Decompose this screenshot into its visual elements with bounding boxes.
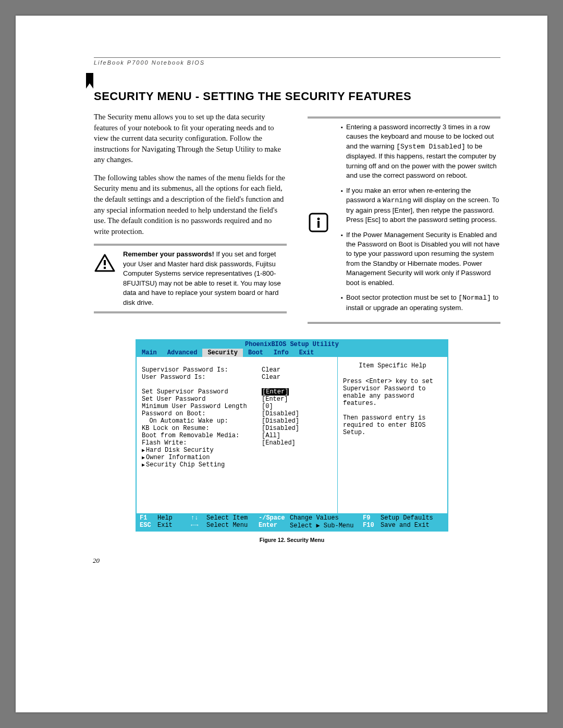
bios-field-value: [All] — [262, 432, 280, 439]
bios-tab-info[interactable]: Info — [268, 349, 294, 357]
bios-row[interactable]: Security Chip Setting — [142, 461, 331, 468]
warning-callout: Remember your passwords! If you set and … — [94, 244, 287, 313]
bios-title: PhoenixBIOS Setup Utility — [137, 340, 447, 349]
bios-footer: F1Help ↑↓Select Item -/SpaceChange Value… — [137, 513, 447, 530]
bios-field-label: Password on Boot: — [142, 410, 262, 417]
page-number: 20 — [93, 557, 500, 565]
svg-rect-4 — [317, 221, 320, 228]
bios-row[interactable]: Owner Information — [142, 454, 331, 461]
bios-field-value: [Disabled] — [262, 417, 299, 425]
bios-row[interactable]: Set Supervisor Password[Enter] — [142, 388, 331, 396]
bios-field-value: [Enter] — [262, 388, 289, 396]
bios-field-label: Flash Write: — [142, 439, 262, 447]
info-list-item: If you make an error when re-entering th… — [346, 186, 500, 225]
svg-rect-1 — [104, 267, 106, 269]
bios-tab-boot[interactable]: Boot — [243, 349, 268, 357]
bios-row[interactable]: Flash Write:[Enabled] — [142, 439, 331, 447]
bios-field-value: Clear — [262, 374, 280, 381]
bios-field-value: Clear — [262, 366, 280, 374]
bios-field-value: [Enabled] — [262, 439, 296, 447]
bios-tab-main[interactable]: Main — [137, 349, 162, 357]
info-list: Entering a password incorrectly 3 times … — [340, 122, 500, 318]
left-column: The Security menu allows you to set up t… — [94, 112, 287, 333]
bios-main-panel: Supervisor Password Is:ClearUser Passwor… — [137, 357, 338, 513]
running-head: LifeBook P7000 Notebook BIOS — [94, 57, 500, 66]
info-list-item: Entering a password incorrectly 3 times … — [346, 122, 500, 181]
bios-help-title: Item Specific Help — [343, 362, 442, 369]
page: LifeBook P7000 Notebook BIOS SECURITY ME… — [16, 16, 547, 712]
info-callout: Entering a password incorrectly 3 times … — [308, 117, 500, 324]
intro-paragraph-1: The Security menu allows you to set up t… — [94, 112, 287, 165]
bios-row[interactable]: Set User Password[Enter] — [142, 396, 331, 403]
bios-row[interactable]: Hard Disk Security — [142, 447, 331, 454]
bios-field-label: Set User Password — [142, 396, 262, 403]
bios-row[interactable]: User Password Is:Clear — [142, 374, 331, 381]
bios-field-label: Security Chip Setting — [142, 461, 262, 468]
bios-tab-advanced[interactable]: Advanced — [162, 349, 203, 357]
svg-rect-0 — [104, 260, 106, 265]
bios-field-value: [Disabled] — [262, 425, 299, 432]
bios-field-label: On Automatic Wake up: — [142, 417, 262, 425]
bios-row[interactable]: Minimum User Password Length[0] — [142, 403, 331, 410]
bios-field-label: Set Supervisor Password — [142, 388, 262, 396]
svg-point-3 — [317, 217, 320, 220]
bios-tab-exit[interactable]: Exit — [294, 349, 320, 357]
info-list-item: If the Power Management Security is Enab… — [346, 230, 500, 288]
bios-row[interactable]: Supervisor Password Is:Clear — [142, 366, 331, 374]
bios-help-text: Press <Enter> key to set Supervisor Pass… — [343, 378, 442, 436]
bios-field-value: [Enter] — [262, 396, 288, 403]
bios-field-label: Boot from Removable Media: — [142, 432, 262, 439]
bios-field-label: KB Lock on Resume: — [142, 425, 262, 432]
bios-tab-security[interactable]: Security — [202, 349, 243, 357]
right-column: Entering a password incorrectly 3 times … — [308, 112, 500, 333]
warning-text: Remember your passwords! If you set and … — [123, 250, 287, 307]
info-icon — [308, 208, 329, 232]
bios-tab-bar: MainAdvancedSecurityBootInfoExit — [137, 349, 447, 357]
info-list-item: Boot sector protection must be set to [N… — [346, 293, 500, 313]
bios-row[interactable]: KB Lock on Resume:[Disabled] — [142, 425, 331, 432]
bios-field-label: Minimum User Password Length — [142, 403, 262, 410]
bios-row[interactable]: Password on Boot:[Disabled] — [142, 410, 331, 417]
warning-icon — [94, 250, 116, 273]
bios-field-label: Supervisor Password Is: — [142, 366, 262, 374]
bios-field-label: Hard Disk Security — [142, 447, 262, 454]
intro-paragraph-2: The following tables show the names of t… — [94, 172, 287, 237]
bios-help-panel: Item Specific Help Press <Enter> key to … — [338, 357, 447, 513]
bios-row[interactable]: On Automatic Wake up:[Disabled] — [142, 417, 331, 425]
bios-row[interactable] — [142, 381, 331, 388]
bios-figure: PhoenixBIOS Setup Utility MainAdvancedSe… — [136, 339, 448, 543]
page-title: SECURITY MENU - SETTING THE SECURITY FEA… — [94, 90, 500, 103]
figure-caption: Figure 12. Security Menu — [136, 537, 448, 543]
bios-field-value: [Disabled] — [262, 410, 299, 417]
bios-field-value: [0] — [262, 403, 273, 410]
bios-field-label: Owner Information — [142, 454, 262, 461]
bios-field-label: User Password Is: — [142, 374, 262, 381]
bios-row[interactable]: Boot from Removable Media:[All] — [142, 432, 331, 439]
